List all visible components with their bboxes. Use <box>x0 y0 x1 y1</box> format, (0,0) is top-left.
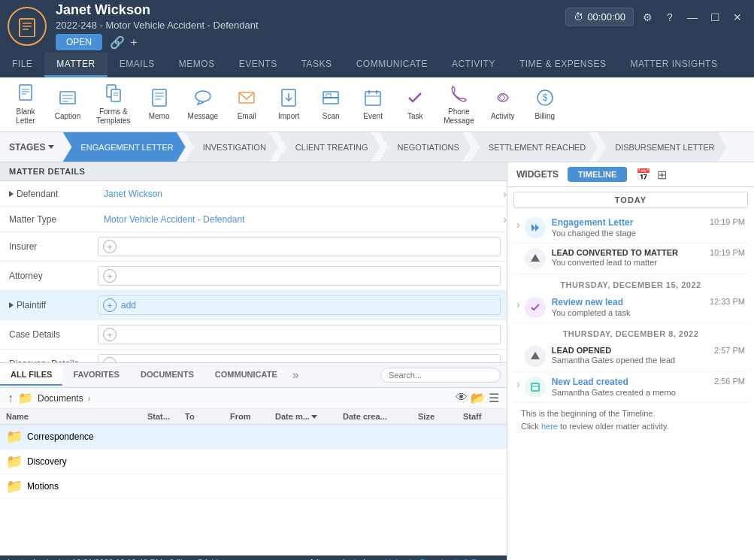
nav-tab-memos[interactable]: MEMOS <box>167 53 227 77</box>
event-label: Event <box>363 112 383 121</box>
settings-button[interactable]: ⚙ <box>638 8 656 26</box>
col-stat: Stat... <box>147 412 185 421</box>
minimize-button[interactable]: — <box>683 8 701 26</box>
toolbar-import[interactable]: Import <box>269 85 308 124</box>
timeline-button[interactable]: TIMELINE <box>568 167 627 182</box>
file-row-discovery[interactable]: 📁 Discovery <box>0 450 507 474</box>
toolbar-email[interactable]: Email <box>227 85 266 124</box>
toolbar-scan[interactable]: Scan <box>311 85 350 124</box>
toolbar: BlankLetter Caption Forms &Templates Mem… <box>0 77 754 132</box>
stage-settlement-reached[interactable]: SETTLEMENT REACHED <box>471 132 598 162</box>
file-row-correspondence[interactable]: 📁 Correspondence <box>0 425 507 450</box>
timer-button[interactable]: ⏱ 00:00:00 <box>565 8 634 26</box>
timeline-event-new-lead[interactable]: › New Lead created Samantha Gates create… <box>513 372 748 403</box>
file-tab-documents[interactable]: DOCUMENTS <box>130 365 204 386</box>
timeline-event-engagement[interactable]: › Engagement Letter You changed the stag… <box>513 213 748 244</box>
timeline-note-link[interactable]: here <box>541 422 558 431</box>
file-tab-communicate[interactable]: COMMUNICATE <box>204 365 288 386</box>
folder-add-icon[interactable]: 📂 <box>471 391 486 405</box>
maximize-button[interactable]: ☐ <box>706 8 724 26</box>
stage-disbursement-letter[interactable]: DISBURSEMENT LETTER <box>597 132 726 162</box>
blank-letter-icon <box>16 83 35 106</box>
stages-label[interactable]: STAGES <box>0 142 63 153</box>
nav-tab-matter[interactable]: MATTER <box>44 53 107 77</box>
new-lead-event-title: New Lead created <box>552 377 708 387</box>
toolbar-memo[interactable]: Memo <box>140 85 179 124</box>
nav-tab-events[interactable]: EVENTS <box>227 53 289 77</box>
col-size: Size <box>418 412 463 421</box>
file-path-name: Documents <box>38 393 83 404</box>
plaintiff-label[interactable]: Plaintiff <box>0 297 98 313</box>
discovery-folder-icon: 📁 <box>6 453 23 470</box>
toolbar-phone-message[interactable]: PhoneMessage <box>438 80 480 129</box>
detail-row-defendant: Defendant Janet Wickson › <box>0 181 507 207</box>
eye-icon[interactable]: 👁 <box>456 391 468 405</box>
timeline-scroll: TODAY › Engagement Letter You changed th… <box>507 187 754 560</box>
stage-investigation[interactable]: INVESTIGATION <box>185 132 278 162</box>
insurer-label: Insurer <box>0 238 98 255</box>
toolbar-message[interactable]: Message <box>182 85 225 124</box>
insurer-value-box[interactable]: + <box>98 237 501 256</box>
attorney-label: Attorney <box>0 268 98 284</box>
stage-engagement-letter[interactable]: ENGAGEMENT LETTER <box>62 132 185 162</box>
nav-tab-tasks[interactable]: TASKS <box>289 53 344 77</box>
nav-tab-activity[interactable]: ACTIVITY <box>440 53 507 77</box>
add-button[interactable]: ＋ <box>128 35 140 50</box>
attorney-add-icon[interactable]: + <box>103 269 117 283</box>
toolbar-task[interactable]: Task <box>395 85 435 124</box>
list-view-icon[interactable]: ☰ <box>489 391 499 405</box>
engagement-event-subtitle: You changed the stage <box>552 229 704 238</box>
toolbar-activity[interactable]: Activity <box>483 85 522 124</box>
insurer-add-icon[interactable]: + <box>103 240 117 253</box>
today-label: TODAY <box>513 192 748 208</box>
toolbar-billing[interactable]: $ Billing <box>525 85 565 124</box>
timeline-event-lead-converted[interactable]: › LEAD CONVERTED TO MATTER You converted… <box>513 244 748 274</box>
scan-icon <box>321 88 341 110</box>
file-up-icon[interactable]: ↑ <box>8 392 14 405</box>
plaintiff-add-icon[interactable]: + <box>103 298 117 312</box>
discovery-details-label: Discovery Details <box>0 356 98 362</box>
file-tab-all-files[interactable]: ALL FILES <box>0 365 62 386</box>
discovery-details-value-box[interactable]: + <box>98 354 501 362</box>
svg-marker-34 <box>535 224 539 232</box>
scan-label: Scan <box>322 112 340 121</box>
col-date-modified[interactable]: Date m... <box>275 412 343 421</box>
detail-row-insurer: Insurer + <box>0 232 507 262</box>
case-details-value-box[interactable]: + <box>98 325 501 344</box>
nav-tab-emails[interactable]: EMAILS <box>107 53 167 77</box>
matter-type-value[interactable]: Motor Vehicle Accident - Defendant <box>98 211 503 228</box>
file-search-input[interactable] <box>380 368 501 383</box>
pin-button[interactable]: 🔗 <box>110 35 125 50</box>
calendar-icon[interactable]: 📅 <box>636 168 651 182</box>
file-tab-more[interactable]: » <box>288 363 304 387</box>
open-button[interactable]: OPEN <box>56 34 102 50</box>
nav-tab-matter-insights[interactable]: MATTER INSIGHTS <box>618 53 729 77</box>
help-button[interactable]: ? <box>661 8 679 26</box>
new-lead-event-icon <box>525 377 546 398</box>
nav-tab-communicate[interactable]: COMMUNICATE <box>344 53 440 77</box>
timeline-event-lead-opened[interactable]: › LEAD OPENED Samantha Gates opened the … <box>513 341 748 372</box>
file-row-motions[interactable]: 📁 Motions <box>0 474 507 499</box>
defendant-chevron-icon: › <box>503 188 507 200</box>
close-button[interactable]: ✕ <box>728 8 746 26</box>
stage-negotiations[interactable]: NEGOTIATIONS <box>379 132 471 162</box>
file-status-bar: Last refreshed at 12/21/2022 10:19:49 PM… <box>0 555 507 560</box>
toolbar-caption[interactable]: Caption <box>48 85 87 124</box>
plaintiff-value-box[interactable]: + add <box>98 295 501 315</box>
nav-tab-time-expenses[interactable]: TIME & EXPENSES <box>507 53 619 77</box>
svg-rect-8 <box>60 92 75 104</box>
case-details-add-icon[interactable]: + <box>103 328 117 341</box>
file-tab-favorites[interactable]: FAVORITES <box>62 365 130 386</box>
toolbar-blank-letter[interactable]: BlankLetter <box>6 80 45 129</box>
timeline-event-review-lead[interactable]: › Review new lead You completed a task 1… <box>513 292 748 323</box>
attorney-value-box[interactable]: + <box>98 266 501 286</box>
defendant-label[interactable]: Defendant <box>0 186 98 202</box>
forms-templates-label: Forms &Templates <box>96 107 131 126</box>
grid-icon[interactable]: ⊞ <box>657 168 667 182</box>
discovery-details-add-icon[interactable]: + <box>103 357 117 362</box>
toolbar-event[interactable]: Event <box>353 85 392 124</box>
stage-client-treating[interactable]: CLIENT TREATING <box>277 132 380 162</box>
nav-tab-file[interactable]: FILE <box>0 53 44 77</box>
defendant-value[interactable]: Janet Wickson <box>98 186 503 202</box>
toolbar-forms-templates[interactable]: Forms &Templates <box>90 80 137 129</box>
